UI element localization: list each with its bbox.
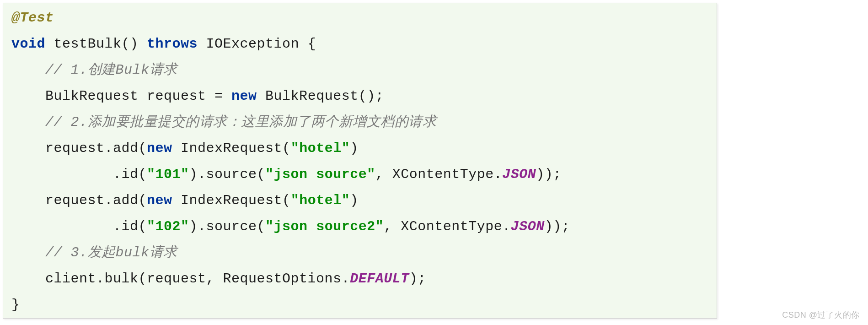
string-json2: "json source2" bbox=[265, 219, 384, 234]
client-line-b: ); bbox=[409, 271, 426, 287]
watermark-text: CSDN @过了火的你 bbox=[782, 309, 860, 320]
code-snippet-box: @Test void testBulk() throws IOException… bbox=[3, 3, 717, 319]
add2-src-post: , XContentType. bbox=[384, 219, 511, 234]
const-json-2: JSON bbox=[511, 219, 545, 234]
client-line-a: client.bulk(request, RequestOptions. bbox=[45, 271, 350, 287]
string-hotel-1: "hotel" bbox=[291, 141, 350, 156]
add1-end: )); bbox=[536, 167, 562, 182]
add2-pre: request.add( bbox=[45, 193, 147, 208]
bulk-decl-b: BulkRequest(); bbox=[257, 88, 384, 104]
string-102: "102" bbox=[147, 219, 189, 234]
comment-1: // 1.创建Bulk请求 bbox=[45, 62, 177, 78]
annotation-test: @Test bbox=[11, 10, 54, 26]
code-block: @Test void testBulk() throws IOException… bbox=[3, 3, 717, 319]
string-json1: "json source" bbox=[265, 167, 375, 182]
add1-post: IndexRequest( bbox=[172, 141, 291, 156]
keyword-new-2: new bbox=[147, 141, 172, 156]
add1-close: ) bbox=[350, 141, 359, 156]
add1-pre: request.add( bbox=[45, 141, 147, 156]
throws-clause: IOException { bbox=[198, 36, 316, 52]
const-default: DEFAULT bbox=[350, 271, 409, 287]
comment-3: // 3.发起bulk请求 bbox=[45, 245, 177, 260]
bulk-decl-a: BulkRequest request = bbox=[45, 88, 231, 104]
const-json-1: JSON bbox=[502, 167, 536, 182]
add1-id-post: ).source( bbox=[189, 167, 266, 182]
add1-id-pre: .id( bbox=[113, 167, 147, 182]
brace-close: } bbox=[11, 297, 20, 313]
string-101: "101" bbox=[147, 167, 189, 182]
add1-src-post: , XContentType. bbox=[375, 167, 503, 182]
add2-close: ) bbox=[350, 193, 359, 208]
add2-end: )); bbox=[545, 219, 570, 234]
string-hotel-2: "hotel" bbox=[291, 193, 350, 208]
comment-2: // 2.添加要批量提交的请求：这里添加了两个新增文档的请求 bbox=[45, 114, 436, 130]
add2-post: IndexRequest( bbox=[172, 193, 291, 208]
add2-id-pre: .id( bbox=[113, 219, 147, 234]
keyword-void: void bbox=[11, 36, 45, 52]
keyword-new-3: new bbox=[147, 193, 172, 208]
keyword-throws: throws bbox=[147, 36, 198, 52]
add2-id-post: ).source( bbox=[189, 219, 266, 234]
method-name: testBulk() bbox=[45, 36, 147, 52]
keyword-new-1: new bbox=[231, 88, 257, 104]
